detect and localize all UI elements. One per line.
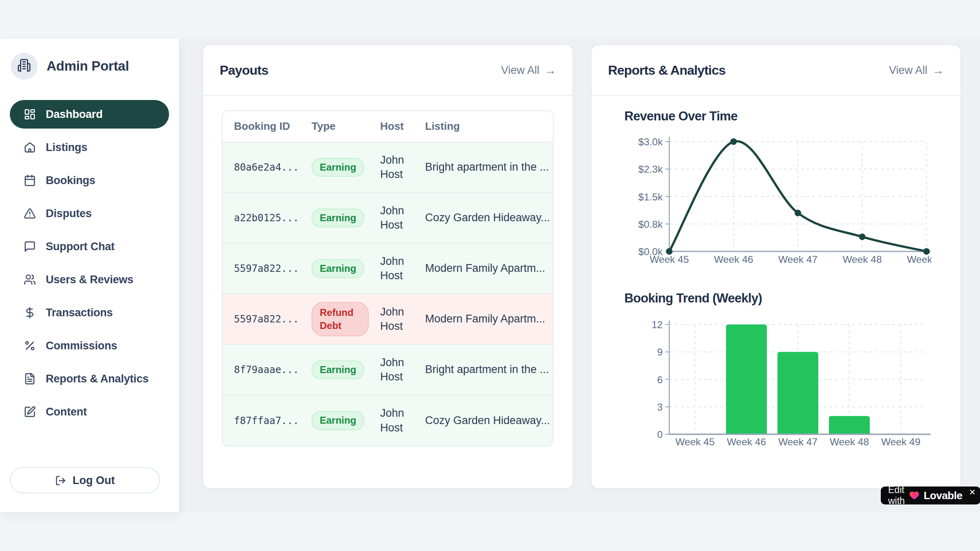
table-row[interactable]: 5597a822...Refund DebtJohn HostModern Fa… bbox=[223, 294, 553, 344]
type-badge: Earning bbox=[312, 259, 364, 278]
listing-cell: Modern Family Apartm... bbox=[414, 294, 553, 344]
sidebar-item-reports-and-analytics[interactable]: Reports & Analytics bbox=[10, 364, 169, 393]
building-icon bbox=[17, 58, 31, 74]
sidebar-item-content[interactable]: Content bbox=[10, 398, 169, 426]
dashboard-icon bbox=[24, 108, 36, 120]
users-icon bbox=[24, 273, 36, 286]
lovable-close-button[interactable]: ✕ bbox=[969, 487, 976, 497]
lovable-heart-icon bbox=[909, 490, 920, 501]
host-cell: John Host bbox=[369, 243, 414, 294]
column-header-booking-id: Booking ID bbox=[223, 111, 300, 142]
listing-cell: Bright apartment in the ... bbox=[414, 344, 553, 395]
type-badge: Earning bbox=[312, 209, 364, 227]
table-row[interactable]: 5597a822...EarningJohn HostModern Family… bbox=[223, 243, 553, 294]
sidebar-item-disputes[interactable]: Disputes bbox=[10, 199, 169, 228]
type-badge: Earning bbox=[312, 360, 364, 379]
sidebar-item-label: Users & Reviews bbox=[46, 273, 134, 286]
column-header-host: Host bbox=[369, 111, 414, 142]
home-icon bbox=[24, 141, 36, 153]
sidebar-item-users-and-reviews[interactable]: Users & Reviews bbox=[10, 265, 169, 294]
listing-cell: Cozy Garden Hideaway... bbox=[414, 395, 553, 446]
calendar-icon bbox=[24, 174, 36, 187]
type-badge: Refund Debt bbox=[312, 302, 369, 336]
svg-text:Week 48: Week 48 bbox=[842, 254, 882, 265]
booking-id-cell: f87ffaa7... bbox=[234, 415, 299, 427]
brand-title: Admin Portal bbox=[47, 58, 129, 74]
type-badge: Earning bbox=[312, 158, 364, 177]
table-header-row: Booking IDTypeHostListing bbox=[223, 111, 553, 142]
reports-card: Reports & Analytics View All → Revenue O… bbox=[591, 44, 961, 489]
sidebar-item-label: Content bbox=[46, 406, 87, 418]
sidebar-item-dashboard[interactable]: Dashboard bbox=[10, 100, 169, 129]
listing-cell: Bright apartment in the ... bbox=[414, 142, 553, 193]
sidebar-item-transactions[interactable]: Transactions bbox=[10, 298, 169, 327]
percent-icon bbox=[24, 340, 36, 352]
type-badge: Earning bbox=[312, 411, 364, 430]
host-cell: John Host bbox=[369, 193, 414, 243]
sidebar-item-support-chat[interactable]: Support Chat bbox=[10, 232, 169, 261]
sidebar-item-listings[interactable]: Listings bbox=[10, 133, 169, 162]
host-cell: John Host bbox=[369, 294, 414, 344]
reports-title: Reports & Analytics bbox=[608, 63, 726, 78]
booking-id-cell: 5597a822... bbox=[234, 313, 299, 325]
logout-button[interactable]: Log Out bbox=[10, 467, 160, 493]
booking-bar-chart: 129630Week 45Week 46Week 47Week 48Week 4… bbox=[636, 319, 931, 454]
file-text-icon bbox=[24, 373, 36, 385]
listing-cell: Modern Family Apartm... bbox=[414, 243, 553, 294]
booking-id-cell: 5597a822... bbox=[234, 263, 299, 274]
svg-text:Week 46: Week 46 bbox=[727, 436, 766, 447]
svg-text:Week 45: Week 45 bbox=[650, 254, 689, 265]
svg-text:0: 0 bbox=[657, 429, 663, 440]
table-row[interactable]: f87ffaa7...EarningJohn HostCozy Garden H… bbox=[223, 395, 553, 446]
booking-chart-title: Booking Trend (Weekly) bbox=[624, 291, 762, 306]
brand-avatar bbox=[11, 53, 38, 80]
booking-id-cell: 80a6e2a4... bbox=[234, 162, 299, 173]
sidebar-item-bookings[interactable]: Bookings bbox=[10, 166, 169, 195]
dollar-icon bbox=[24, 307, 36, 319]
svg-text:6: 6 bbox=[657, 374, 663, 385]
alert-triangle-icon bbox=[24, 207, 36, 220]
booking-id-cell: 8f79aaae... bbox=[234, 364, 299, 375]
sidebar-item-commissions[interactable]: Commissions bbox=[10, 331, 169, 360]
listing-cell: Cozy Garden Hideaway... bbox=[414, 193, 553, 243]
svg-text:Week 49: Week 49 bbox=[881, 436, 920, 447]
lovable-badge[interactable]: Edit with Lovable ✕ bbox=[881, 487, 980, 504]
sidebar-item-label: Disputes bbox=[46, 207, 91, 220]
svg-text:$3.0k: $3.0k bbox=[638, 136, 663, 147]
brand: Admin Portal bbox=[11, 53, 179, 80]
svg-text:Week 47: Week 47 bbox=[778, 254, 817, 265]
file-pen-icon bbox=[24, 406, 36, 418]
revenue-line-chart: $3.0k$2.3k$1.5k$0.8k$0.0kWeek 45Week 46W… bbox=[636, 133, 931, 268]
svg-text:Week 48: Week 48 bbox=[830, 436, 869, 447]
sidebar-item-label: Commissions bbox=[46, 340, 117, 352]
log-out-icon bbox=[55, 475, 66, 486]
reports-view-all-link[interactable]: View All → bbox=[889, 64, 944, 77]
revenue-chart-title: Revenue Over Time bbox=[624, 109, 737, 124]
arrow-right-icon: → bbox=[544, 64, 556, 77]
sidebar-item-label: Dashboard bbox=[46, 108, 102, 121]
payouts-table: Booking IDTypeHostListing 80a6e2a4...Ear… bbox=[222, 110, 554, 447]
sidebar-nav: DashboardListingsBookingsDisputesSupport… bbox=[0, 100, 179, 426]
svg-text:Week 47: Week 47 bbox=[778, 436, 817, 447]
svg-text:$1.5k: $1.5k bbox=[638, 191, 663, 202]
sidebar-item-label: Listings bbox=[46, 141, 87, 154]
table-row[interactable]: 8f79aaae...EarningJohn HostBright apartm… bbox=[223, 344, 553, 395]
svg-text:Week 49: Week 49 bbox=[907, 254, 931, 265]
sidebar-item-label: Transactions bbox=[46, 307, 113, 319]
logout-label: Log Out bbox=[73, 474, 115, 487]
view-all-label: View All bbox=[501, 64, 539, 77]
host-cell: John Host bbox=[369, 344, 414, 395]
payouts-view-all-link[interactable]: View All → bbox=[501, 64, 556, 77]
sidebar-item-label: Bookings bbox=[46, 174, 95, 187]
view-all-label: View All bbox=[889, 64, 927, 77]
svg-text:$2.3k: $2.3k bbox=[638, 164, 663, 175]
sidebar-item-label: Support Chat bbox=[46, 240, 115, 253]
host-cell: John Host bbox=[369, 395, 414, 446]
payouts-card: Payouts View All → Booking IDTypeHostLis… bbox=[203, 44, 573, 489]
lovable-brand-label: Lovable bbox=[924, 489, 962, 502]
chat-bubble-icon bbox=[24, 240, 36, 253]
host-cell: John Host bbox=[369, 142, 414, 193]
table-row[interactable]: a22b0125...EarningJohn HostCozy Garden H… bbox=[223, 193, 553, 243]
table-row[interactable]: 80a6e2a4...EarningJohn HostBright apartm… bbox=[223, 142, 553, 193]
column-header-listing: Listing bbox=[414, 111, 553, 142]
